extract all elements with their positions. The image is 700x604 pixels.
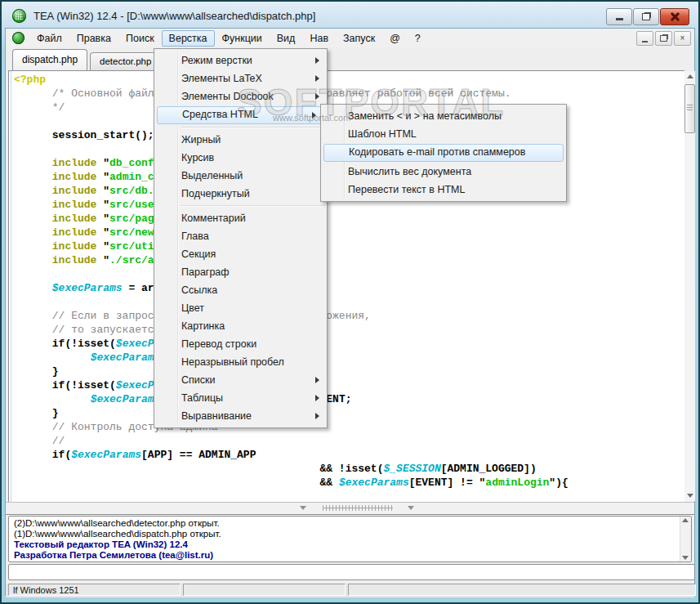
menubar-item-5[interactable]: Вид bbox=[270, 30, 303, 47]
arrow-down-icon bbox=[682, 556, 689, 560]
submenu-arrow-icon bbox=[315, 75, 319, 82]
mdi-restore-button[interactable] bbox=[655, 31, 672, 46]
scroll-up-button[interactable] bbox=[684, 71, 695, 82]
menubar-item-8[interactable]: @ bbox=[382, 30, 408, 47]
menubar-item-9[interactable]: ? bbox=[408, 30, 428, 47]
log-line-1: (1)D:\www\www\allsearched\dispatch.php о… bbox=[9, 529, 691, 539]
menu-item-2[interactable]: Кодировать e-mail против спаммеров bbox=[323, 144, 564, 162]
menubar-item-2[interactable]: Поиск bbox=[118, 30, 162, 47]
menu-item-5[interactable]: Жирный bbox=[154, 131, 327, 149]
status-panel-2 bbox=[348, 584, 696, 596]
command-input[interactable] bbox=[8, 564, 695, 580]
menu-item-label: Заменить < и > на метасимволы bbox=[348, 110, 502, 122]
scrollbar-thumb[interactable] bbox=[684, 84, 695, 133]
menu-item-12[interactable]: Секция bbox=[154, 245, 327, 263]
menu-item-label: Глава bbox=[181, 230, 209, 242]
submenu-arrow-icon bbox=[315, 57, 319, 64]
restore-icon bbox=[660, 35, 667, 42]
arrow-up-icon bbox=[687, 74, 693, 78]
menu-item-1[interactable]: Шаблон HTML bbox=[321, 125, 566, 143]
menu-item-label: Жирный bbox=[181, 134, 221, 145]
html-tools-submenu: Заменить < и > на метасимволыШаблон HTML… bbox=[320, 104, 567, 202]
menu-item-8[interactable]: Подчеркнутый bbox=[154, 185, 327, 203]
menubar-item-1[interactable]: Правка bbox=[69, 30, 118, 47]
log-line-2: Текстовый редактор TEA (Win32) 12.4 bbox=[9, 539, 691, 550]
menu-item-10[interactable]: Комментарий bbox=[154, 209, 327, 227]
menu-item-2[interactable]: Элементы Docbook bbox=[154, 87, 327, 105]
menu-item-0[interactable]: Заменить < и > на метасимволы bbox=[321, 107, 566, 125]
menu-item-label: Таблицы bbox=[181, 392, 223, 404]
menu-item-label: Выравнивание bbox=[181, 410, 252, 422]
menu-item-label: Неразрывный пробел bbox=[181, 356, 284, 368]
menubar-item-3[interactable]: Верстка bbox=[162, 30, 215, 47]
minimize-button[interactable] bbox=[606, 8, 632, 25]
close-button[interactable] bbox=[660, 8, 689, 25]
menubar-items: ФайлПравкаПоискВерсткаФункцииВидНавЗапус… bbox=[29, 30, 428, 47]
mdi-minimize-button[interactable] bbox=[636, 31, 653, 46]
menu-item-1[interactable]: Элементы LaTeX bbox=[154, 69, 327, 87]
menu-item-4[interactable]: Перевести текст в HTML bbox=[321, 181, 566, 199]
menu-item-label: Шаблон HTML bbox=[348, 128, 417, 140]
close-icon: × bbox=[680, 34, 685, 43]
log-line-3: Разработка Петра Семилетова (tea@list.ru… bbox=[9, 550, 691, 561]
menu-item-11[interactable]: Глава bbox=[154, 227, 327, 245]
code-line: && $execParams[EVENT] != "adminLogin"){ bbox=[14, 476, 568, 490]
scroll-down-button[interactable] bbox=[684, 490, 695, 501]
submenu-arrow-icon bbox=[312, 112, 316, 119]
mdi-close-button[interactable]: × bbox=[674, 31, 691, 46]
document-icon bbox=[12, 32, 25, 44]
tab-1[interactable]: detector.php bbox=[90, 52, 161, 70]
splitter-arrow-icon bbox=[300, 506, 306, 510]
menu-item-20[interactable]: Таблицы bbox=[154, 389, 327, 407]
log-scrollbar[interactable] bbox=[680, 517, 691, 561]
window-title: TEA (Win32) 12.4 - [D:\www\www\allsearch… bbox=[33, 10, 315, 22]
menu-item-19[interactable]: Списки bbox=[154, 371, 327, 389]
arrow-down-icon bbox=[687, 494, 693, 498]
menu-item-14[interactable]: Ссылка bbox=[154, 281, 327, 299]
status-panel-0: lf Windows 1251 bbox=[8, 584, 181, 596]
menu-item-label: Списки bbox=[181, 374, 215, 386]
menu-item-label: Курсив bbox=[181, 152, 214, 163]
menu-item-label: Ссылка bbox=[181, 284, 217, 296]
restore-icon bbox=[642, 13, 650, 20]
submenu-arrow-icon bbox=[315, 413, 319, 419]
minimize-icon bbox=[616, 18, 623, 20]
menu-item-3[interactable]: Вычислить вес документа bbox=[321, 163, 566, 181]
verstka-dropdown-menu: Режим версткиЭлементы LaTeXЭлементы Docb… bbox=[154, 48, 328, 428]
menu-item-3[interactable]: Средства HTML bbox=[157, 106, 324, 124]
menu-item-16[interactable]: Картинка bbox=[154, 317, 327, 335]
window-controls bbox=[605, 8, 689, 25]
menu-item-21[interactable]: Выравнивание bbox=[154, 407, 327, 425]
menu-item-7[interactable]: Выделенный bbox=[154, 167, 327, 185]
menubar-item-6[interactable]: Нав bbox=[302, 30, 336, 47]
app-icon bbox=[12, 9, 26, 23]
app-window: TEA (Win32) 12.4 - [D:\www\www\allsearch… bbox=[0, 0, 700, 604]
menubar-item-4[interactable]: Функции bbox=[215, 30, 270, 47]
menu-item-13[interactable]: Параграф bbox=[154, 263, 327, 281]
menu-item-0[interactable]: Режим верстки bbox=[154, 51, 327, 69]
titlebar[interactable]: TEA (Win32) 12.4 - [D:\www\www\allsearch… bbox=[5, 4, 695, 28]
menubar-item-0[interactable]: Файл bbox=[29, 30, 69, 47]
status-panel-1 bbox=[183, 584, 346, 596]
menu-item-6[interactable]: Курсив bbox=[154, 149, 327, 167]
close-icon bbox=[671, 12, 680, 21]
arrow-up-icon bbox=[682, 518, 689, 522]
menubar-item-7[interactable]: Запуск bbox=[336, 30, 382, 47]
menu-item-label: Секция bbox=[181, 248, 216, 260]
menu-item-label: Режим верстки bbox=[181, 55, 252, 66]
menubar: ФайлПравкаПоискВерсткаФункцииВидНавЗапус… bbox=[6, 29, 694, 48]
menu-item-18[interactable]: Неразрывный пробел bbox=[154, 353, 327, 371]
menu-item-15[interactable]: Цвет bbox=[154, 299, 327, 317]
splitter-grip-icon bbox=[323, 505, 393, 511]
editor-scrollbar[interactable] bbox=[684, 71, 695, 501]
menu-item-label: Вычислить вес документа bbox=[348, 166, 471, 177]
tab-0[interactable]: dispatch.php bbox=[12, 49, 87, 70]
menu-item-label: Средства HTML bbox=[182, 109, 258, 120]
menu-item-label: Элементы LaTeX bbox=[181, 73, 262, 84]
menu-item-label: Подчеркнутый bbox=[181, 188, 250, 199]
restore-button[interactable] bbox=[633, 8, 659, 25]
menu-item-label: Цвет bbox=[181, 302, 204, 314]
menu-item-17[interactable]: Перевод строки bbox=[154, 335, 327, 353]
splitter-handle[interactable] bbox=[6, 502, 694, 515]
menu-item-label: Перевести текст в HTML bbox=[348, 184, 465, 195]
